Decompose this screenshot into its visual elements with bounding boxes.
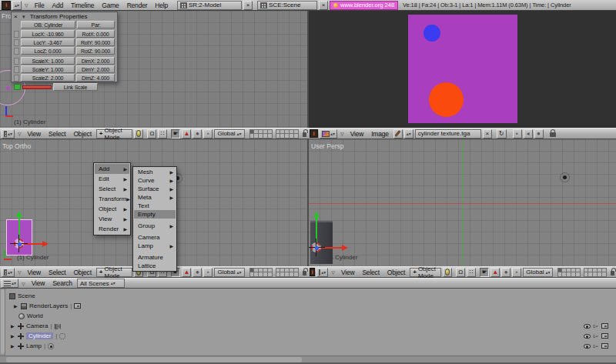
layer-buttons-group1[interactable] — [557, 268, 581, 277]
screen-layout-selector[interactable]: SR:2-Model — [177, 1, 242, 10]
pivot-dropdown[interactable]: Ω — [456, 268, 465, 277]
screen-close-button[interactable]: × — [243, 1, 253, 10]
lock-layers-icon[interactable] — [303, 132, 306, 137]
outliner-row-world[interactable]: World — [18, 311, 43, 321]
scaley-field[interactable]: ScaleY: 1.000 — [21, 65, 75, 73]
add-item-lamp[interactable]: Lamp▶ — [134, 242, 176, 250]
draw-mode-dropdown[interactable] — [134, 129, 143, 139]
outliner-row-renderlayers[interactable]: ▶ RenderLayers | — [14, 301, 81, 311]
reload-image-button[interactable]: ↻ — [497, 129, 507, 139]
uv-image-editor[interactable] — [308, 11, 616, 128]
visibility-eye-icon[interactable] — [584, 324, 591, 329]
toolbox-item-select[interactable]: Select▶ — [95, 184, 129, 194]
header-collapse-icon[interactable]: ▽ — [330, 269, 336, 275]
search-menu[interactable]: Search — [49, 279, 75, 287]
header-collapse-icon[interactable]: ▽ — [16, 269, 23, 275]
menu-timeline[interactable]: Timeline — [68, 2, 97, 9]
locz-field[interactable]: LocZ: 0.000 — [21, 47, 75, 55]
panel-collapse-icon[interactable]: ▼ — [20, 15, 28, 19]
dimy-field[interactable]: DimY: 2.000 — [76, 65, 115, 73]
mode-dropdown[interactable]: +Object Mode — [96, 268, 132, 277]
outliner-row-camera[interactable]: ▶ Camera | — [11, 321, 61, 331]
editor-type-icon[interactable]: ▴▾ — [316, 268, 328, 277]
viewport-user-persp[interactable]: User Persp (1) Cylinder — [308, 139, 616, 266]
outliner-horizontal-scrollbar[interactable] — [0, 356, 616, 362]
add-item-text[interactable]: Text — [134, 202, 176, 210]
selectability-pointer-icon[interactable]: ▻ — [594, 344, 598, 349]
scale-manipulator-button[interactable]: ▪ — [512, 268, 521, 277]
renderability-icon[interactable] — [74, 303, 81, 309]
window-type-dropdown-icon[interactable]: ▴▾ — [12, 1, 22, 10]
object-name-field[interactable]: OB: Cylinder — [21, 21, 75, 28]
view-menu[interactable]: View — [25, 269, 44, 276]
snap-dots-button[interactable]: ∷ — [158, 129, 167, 139]
manipulator-center-dot[interactable] — [315, 246, 319, 250]
orientation-dropdown[interactable]: Global▴▾ — [214, 268, 244, 277]
rotate-manipulator-button[interactable]: ● — [501, 268, 511, 277]
rotz-field[interactable]: RotZ: 90.000 — [76, 47, 115, 55]
outliner-row-lamp[interactable]: ▶ Lamp | — [11, 341, 54, 351]
add-item-meta[interactable]: Meta▶ — [134, 193, 176, 202]
expand-arrow-icon[interactable]: ▶ — [11, 343, 15, 349]
menu-help[interactable]: Help — [152, 2, 171, 9]
manipulator-hand-button[interactable]: ☛ — [171, 129, 180, 139]
snap-dots-button[interactable]: ∷ — [467, 268, 476, 277]
editor-type-icon[interactable]: ▴▾ — [2, 268, 15, 277]
toolbox-item-add[interactable]: Add▶ — [95, 164, 129, 174]
menu-game[interactable]: Game — [99, 2, 122, 9]
image-menu[interactable]: Image — [368, 130, 392, 138]
scalez-field[interactable]: ScaleZ: 2.000 — [21, 74, 75, 82]
expand-arrow-icon[interactable]: ▶ — [11, 333, 15, 339]
renderability-icon[interactable] — [601, 343, 608, 349]
header-collapse-icon[interactable]: ▽ — [23, 2, 30, 8]
lock-layers-icon[interactable] — [303, 271, 306, 276]
header-collapse-icon[interactable]: ▽ — [20, 281, 27, 286]
toolbox-item-transform[interactable]: Transform▶ — [95, 194, 129, 204]
header-collapse-icon[interactable]: ▽ — [16, 131, 23, 136]
layer-buttons-group1[interactable] — [249, 268, 273, 277]
lamp-object-icon[interactable] — [560, 172, 570, 182]
add-item-armature[interactable]: Armature — [134, 253, 176, 262]
panel-close-icon[interactable]: × — [14, 13, 18, 20]
orientation-dropdown[interactable]: Global▴▾ — [523, 268, 553, 277]
scale-manipulator-button[interactable]: ▪ — [203, 268, 213, 277]
toolbox-item-object[interactable]: Object▶ — [95, 204, 129, 214]
view-menu[interactable]: View — [338, 269, 357, 276]
select-menu[interactable]: Select — [45, 269, 69, 276]
add-item-lattice[interactable]: Lattice — [134, 262, 176, 270]
editor-type-icon[interactable]: ▴▾ — [2, 129, 15, 139]
object-menu[interactable]: Object — [70, 269, 94, 276]
pin-image-button[interactable] — [393, 129, 403, 139]
renderability-icon[interactable] — [601, 323, 608, 329]
visibility-eye-icon[interactable] — [584, 334, 591, 339]
uv-edit-button-2[interactable]: ◂ — [524, 129, 533, 139]
locx-field[interactable]: LocX: -10.960 — [21, 30, 75, 38]
lock-locx-toggle[interactable] — [14, 31, 19, 38]
expand-arrow-icon[interactable]: ▶ — [11, 323, 15, 329]
mode-dropdown[interactable]: +Object Mode — [96, 129, 132, 139]
dimz-field[interactable]: DimZ: 4.000 — [76, 74, 115, 82]
select-menu[interactable]: Select — [359, 269, 382, 276]
layer-buttons-group2[interactable] — [584, 268, 607, 277]
slider-bar[interactable] — [22, 85, 52, 89]
add-item-camera[interactable]: Camera — [134, 233, 176, 242]
outliner-scope-dropdown[interactable]: All Scenes▴▾ — [77, 279, 125, 288]
outliner-vertical-scrollbar[interactable] — [0, 289, 5, 356]
rotate-manipulator-button[interactable]: ● — [192, 129, 202, 139]
transform-properties-panel[interactable]: × ▼ Transform Properties OB: Cylinder Pa… — [11, 12, 118, 82]
add-item-surface[interactable]: Surface▶ — [134, 185, 176, 193]
layer-buttons-group2[interactable] — [276, 129, 299, 139]
color-swatch[interactable] — [14, 84, 21, 90]
lock-scalez-toggle[interactable] — [14, 75, 19, 82]
update-lock-icon[interactable] — [550, 132, 556, 137]
image-browse-dropdown[interactable]: ▴▾ — [404, 129, 413, 139]
toolbox-item-edit[interactable]: Edit▶ — [95, 174, 129, 184]
translate-manipulator-button[interactable]: ▲ — [182, 129, 191, 139]
image-name-field[interactable]: cylinder texture.tga — [415, 129, 481, 139]
visibility-eye-icon[interactable] — [584, 344, 591, 349]
lock-locz-toggle[interactable] — [14, 48, 19, 55]
toolbox-item-render[interactable]: Render▶ — [95, 224, 129, 234]
roty-field[interactable]: RotY: 90.000 — [76, 38, 115, 46]
area-divider[interactable] — [307, 11, 309, 278]
select-menu[interactable]: Select — [45, 130, 69, 138]
